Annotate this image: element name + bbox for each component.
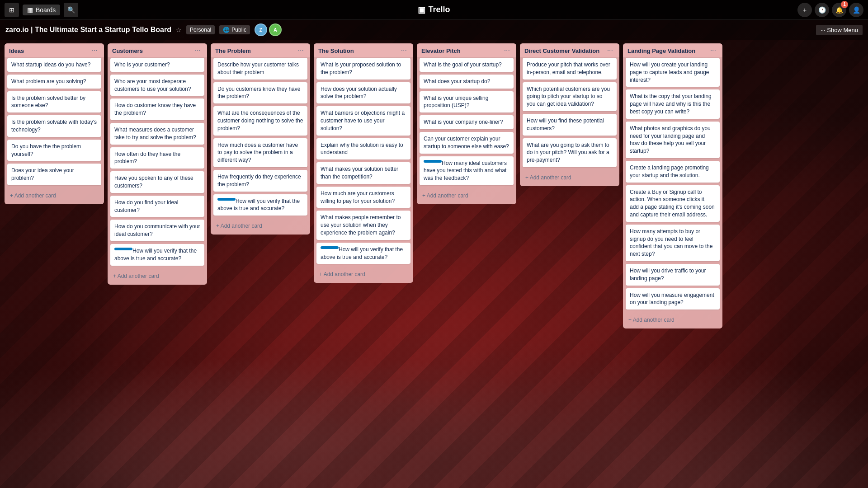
cards-area-the-solution: What is your proposed solution to the pr… — [314, 57, 413, 267]
list-elevator-pitch: Elevator Pitch···What is the goal of you… — [417, 43, 516, 204]
card[interactable]: What makes people remember to use your s… — [316, 211, 410, 239]
card[interactable]: What is your proposed solution to the pr… — [316, 58, 410, 80]
card[interactable]: What is the copy that your landing page … — [626, 89, 720, 118]
board-members: Z A — [255, 23, 282, 36]
card[interactable]: Who is your customer? — [110, 58, 204, 72]
activity-button[interactable]: 🕐 — [815, 3, 829, 17]
add-card-the-solution[interactable]: + Add another card — [316, 268, 411, 280]
card-text: Who is your customer? — [114, 61, 170, 68]
card[interactable]: How many attempts to buy or signup do yo… — [626, 225, 720, 261]
card-text: What are you going to ask them to do in … — [527, 142, 609, 164]
boards-button[interactable]: ▦ Boards — [23, 5, 60, 15]
card[interactable]: How much does a customer have to pay to … — [213, 138, 307, 167]
card[interactable]: Does your idea solve your problem? — [7, 164, 101, 185]
card[interactable]: How will you verify that the above is tr… — [110, 244, 204, 266]
add-card-ideas[interactable]: + Add another card — [6, 190, 102, 202]
list-header-the-solution: The Solution··· — [314, 43, 413, 57]
card[interactable]: Describe how your customer talks about t… — [213, 58, 307, 80]
card[interactable]: How will you create your landing page to… — [626, 58, 720, 87]
add-card-direct-customer-validation[interactable]: + Add another card — [522, 172, 618, 183]
list-menu-customers[interactable]: ··· — [193, 47, 203, 54]
card[interactable]: How frequently do they experience the pr… — [213, 170, 307, 192]
card-text: Which potential customers are you going … — [527, 86, 610, 108]
card-label — [424, 160, 442, 163]
card[interactable]: What startup ideas do you have? — [7, 58, 101, 72]
add-card-customers[interactable]: + Add another card — [109, 270, 205, 282]
card[interactable]: How many ideal customers have you tested… — [420, 156, 514, 185]
card[interactable]: What is your company one-liner? — [420, 115, 514, 129]
card-text: How do you find your ideal customer? — [114, 199, 178, 213]
card-text: How will you create your landing page to… — [630, 61, 709, 83]
card[interactable]: How often do they have the problem? — [110, 147, 204, 169]
card[interactable]: What is your unique selling proposition … — [420, 91, 514, 113]
add-card-elevator-pitch[interactable]: + Add another card — [419, 190, 514, 202]
card[interactable]: Is the problem solvable with today's tec… — [7, 115, 101, 137]
card[interactable]: How will you verify that the above is tr… — [316, 243, 410, 264]
card[interactable]: Create a Buy or Signup call to action. W… — [626, 185, 720, 222]
list-menu-elevator-pitch[interactable]: ··· — [502, 47, 512, 54]
create-button[interactable]: + — [797, 3, 812, 17]
list-title-the-solution: The Solution — [318, 47, 354, 54]
card[interactable]: How will you verify that the above is tr… — [213, 194, 307, 216]
card-label — [114, 248, 132, 250]
navbar-right: + 🕐 🔔 1 👤 — [797, 3, 863, 17]
card[interactable]: What makes your solution better than the… — [316, 162, 410, 184]
card-text: Do you have the the problem yourself? — [11, 143, 81, 157]
card[interactable]: Which potential customers are you going … — [523, 82, 617, 111]
add-card-the-problem[interactable]: + Add another card — [212, 220, 308, 232]
card[interactable]: How will you find these potential custom… — [523, 114, 617, 136]
card[interactable]: Have you spoken to any of these customer… — [110, 171, 204, 193]
card[interactable]: Do you have the the problem yourself? — [7, 140, 101, 161]
card[interactable]: Explain why the solution is easy to unde… — [316, 138, 410, 160]
card-text: What makes your solution better than the… — [321, 166, 398, 180]
list-menu-landing-page-validation[interactable]: ··· — [708, 47, 718, 54]
list-menu-the-solution[interactable]: ··· — [399, 47, 409, 54]
card[interactable]: How do you find your ideal customer? — [110, 196, 204, 217]
home-button[interactable]: ⊞ — [5, 3, 19, 17]
board-personal-tag[interactable]: Personal — [186, 25, 215, 34]
member-avatar-1[interactable]: Z — [255, 23, 267, 36]
card[interactable]: What measures does a customer take to tr… — [110, 123, 204, 145]
notification-badge: 1 — [841, 1, 848, 8]
card[interactable]: Create a landing page promoting your sta… — [626, 161, 720, 183]
card[interactable]: How will you measure engagement on your … — [626, 288, 720, 310]
list-header-direct-customer-validation: Direct Customer Validation··· — [520, 43, 619, 57]
board-star-button[interactable]: ☆ — [176, 26, 182, 33]
card[interactable]: How will you drive traffic to your landi… — [626, 264, 720, 286]
board-header: zaro.io | The Ultimate Start a Startup T… — [0, 20, 868, 40]
card[interactable]: What photos and graphics do you need for… — [626, 122, 720, 158]
card-text: How frequently do they experience the pr… — [217, 174, 301, 188]
card[interactable]: Produce your pitch that works over in-pe… — [523, 58, 617, 80]
card-text: What is the goal of your startup? — [424, 61, 502, 68]
card[interactable]: Can your customer explain your startup t… — [420, 132, 514, 154]
profile-button[interactable]: 👤 — [849, 3, 863, 17]
board-header-right: ··· Show Menu — [816, 25, 863, 35]
navbar: ⊞ ▦ Boards 🔍 ▣ Trello + 🕐 🔔 1 — [0, 0, 868, 20]
card[interactable]: How do you communicate with your ideal c… — [110, 220, 204, 241]
list-ideas: Ideas···What startup ideas do you have?W… — [5, 43, 104, 204]
card-text: How many attempts to buy or signup do yo… — [630, 228, 712, 257]
list-menu-the-problem[interactable]: ··· — [296, 47, 306, 54]
card[interactable]: How does your solution actually solve th… — [316, 82, 410, 104]
card-text: Explain why the solution is easy to unde… — [321, 142, 403, 156]
card[interactable]: What does your startup do? — [420, 75, 514, 89]
member-avatar-2[interactable]: A — [269, 23, 282, 36]
card[interactable]: How do customer know they have the probl… — [110, 99, 204, 120]
board-visibility-button[interactable]: 🌐 Public — [219, 25, 250, 34]
show-menu-button[interactable]: ··· Show Menu — [816, 25, 863, 35]
list-menu-ideas[interactable]: ··· — [90, 47, 99, 54]
card-text: Produce your pitch that works over in-pe… — [527, 61, 610, 75]
card[interactable]: What are you going to ask them to do in … — [523, 138, 617, 167]
card[interactable]: What barriers or objections might a cust… — [316, 106, 410, 135]
list-menu-direct-customer-validation[interactable]: ··· — [605, 47, 615, 54]
card[interactable]: What is the goal of your startup? — [420, 58, 514, 72]
card[interactable]: What problem are you solving? — [7, 75, 101, 89]
list-header-landing-page-validation: Landing Page Validation··· — [623, 43, 722, 57]
search-button[interactable]: 🔍 — [64, 3, 78, 17]
add-card-landing-page-validation[interactable]: + Add another card — [625, 314, 721, 326]
card[interactable]: Do you customers know they have the prob… — [213, 82, 307, 104]
card[interactable]: Who are your most desperate customers to… — [110, 75, 204, 96]
card[interactable]: Is the problem solved better by someone … — [7, 91, 101, 113]
card[interactable]: What are the consequences of the custome… — [213, 106, 307, 135]
card[interactable]: How much are your customers willing to p… — [316, 187, 410, 208]
